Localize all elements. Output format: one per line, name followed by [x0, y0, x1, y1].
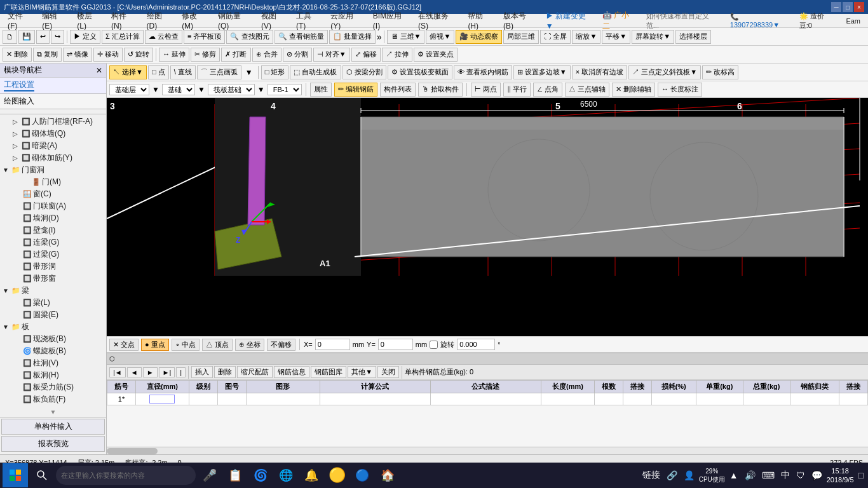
zoom-button[interactable]: 缩放▼: [572, 30, 600, 44]
sidebar-item-cast-slab[interactable]: 🔲 现浇板(B): [1, 333, 105, 345]
undo-button[interactable]: ↩: [36, 30, 50, 44]
edit-rebar-button[interactable]: ✏ 编辑钢筋: [334, 83, 377, 97]
tray-chat-icon[interactable]: 💬: [810, 470, 824, 480]
y-input[interactable]: [378, 339, 413, 350]
menu-bim[interactable]: BIM应用(I): [368, 10, 413, 32]
delete-button[interactable]: ✕ 删除: [3, 48, 32, 62]
define-slope-slab-button[interactable]: ↗ 三点定义斜筏板▼: [628, 65, 701, 79]
extend-button[interactable]: ↔ 延伸: [159, 48, 189, 62]
rect-button[interactable]: □ 矩形: [261, 65, 289, 79]
calc-button[interactable]: Σ 汇总计算: [102, 30, 144, 44]
offset-button[interactable]: ⤢ 偏移: [351, 48, 381, 62]
tray-show-desktop[interactable]: □: [857, 470, 865, 480]
mirror-button[interactable]: ⇌ 镜像: [63, 48, 92, 62]
edit-height-button[interactable]: ✏ 改标高: [702, 65, 738, 79]
rebar-delete-button[interactable]: 删除: [214, 366, 236, 378]
report-preview-button[interactable]: 报表预览: [1, 436, 105, 452]
snap-endpoint-button[interactable]: ● 重点: [141, 339, 169, 351]
cloud-check-button[interactable]: ☁ 云检查: [145, 30, 182, 44]
sidebar-item-wall-opening[interactable]: 🔲 墙洞(D): [1, 212, 105, 224]
snap-midpoint-button[interactable]: ∘ 中点: [172, 339, 200, 351]
menu-edit[interactable]: 编辑(E): [37, 10, 72, 32]
taskbar-ie-icon[interactable]: 🌐: [275, 464, 297, 487]
base-layer-select[interactable]: 基础层: [109, 84, 149, 95]
two-points-button[interactable]: ⊢ 两点: [471, 83, 501, 97]
tray-keyboard-icon[interactable]: ⌨: [760, 470, 776, 480]
point-button[interactable]: □ 点: [148, 65, 169, 79]
local-3d-button[interactable]: 局部三维: [503, 30, 539, 44]
maximize-button[interactable]: □: [843, 2, 853, 12]
rotate-button[interactable]: ↺ 旋转: [124, 48, 153, 62]
view-rebar-qty-button[interactable]: 🔍 查看钢筋量: [275, 30, 328, 44]
tab-project-settings[interactable]: 工程设置: [4, 79, 34, 92]
find-element-button[interactable]: 🔍 查找图元: [226, 30, 273, 44]
tray-expand-icon[interactable]: ▲: [728, 470, 740, 480]
screen-rotate-button[interactable]: 屏幕旋转▼: [632, 30, 674, 44]
set-slope-button[interactable]: ⊞ 设置多边坡▼: [513, 65, 571, 79]
more-button[interactable]: »: [377, 32, 382, 42]
grip-button[interactable]: ⚙ 设置夹点: [414, 48, 458, 62]
cell-diameter[interactable]: [135, 393, 189, 405]
rebar-panel-drag-handle[interactable]: ⬡: [109, 355, 115, 362]
x-input[interactable]: [315, 339, 350, 350]
menu-tools[interactable]: 工具(T): [291, 10, 325, 32]
rebar-prev-button[interactable]: ◄: [127, 367, 142, 377]
break-button[interactable]: ✗ 打断: [221, 48, 250, 62]
element-type-select[interactable]: 筏板基础: [208, 84, 255, 95]
menu-file[interactable]: 文件(F): [3, 10, 37, 32]
3d-button[interactable]: 🖥 三维▼: [387, 30, 424, 44]
snap-vertex-button[interactable]: △ 顶点: [202, 339, 233, 351]
sidebar-item-door-frame-wall[interactable]: ▷ 🔲 人防门框墙(RF-A): [1, 116, 105, 128]
menu-rebar-qty[interactable]: 钢筋量(Q): [213, 10, 256, 32]
dynamic-observe-button[interactable]: 🎥 动态观察: [456, 30, 502, 44]
menu-modify[interactable]: 修改(M): [177, 10, 213, 32]
menu-quick-layout[interactable]: 如何快速布置自定义范...: [641, 10, 725, 32]
sidebar-item-strip-window[interactable]: 🔲 带形窗: [1, 273, 105, 285]
taskbar-bell-icon[interactable]: 🔔: [300, 464, 323, 487]
sidebar-group-beam[interactable]: ▼ 📁 梁: [1, 285, 105, 297]
merge-button[interactable]: ⊕ 合并: [252, 48, 281, 62]
arc-button[interactable]: ⌒ 三点画弧: [197, 65, 241, 79]
taskbar-app4-icon[interactable]: 🏠: [376, 464, 399, 487]
parallel-button[interactable]: ∥ 平行: [503, 83, 531, 97]
sidebar-item-slab-opening[interactable]: 🔲 板洞(H): [1, 369, 105, 381]
tray-link[interactable]: 链接: [641, 470, 662, 481]
rebar-close-button[interactable]: 关闭: [377, 366, 399, 378]
snap-intersection-button[interactable]: ✕ 交点: [109, 339, 139, 351]
diameter-input[interactable]: [149, 395, 175, 403]
save-button[interactable]: 💾: [18, 30, 35, 44]
taskbar-search-input[interactable]: [56, 466, 196, 485]
fullscreen-button[interactable]: ⛶ 全屏: [540, 30, 571, 44]
element-list-button[interactable]: 构件列表: [380, 83, 416, 97]
element-select[interactable]: FB-1: [268, 84, 302, 95]
drawing-input-label[interactable]: 绘图输入: [4, 97, 34, 105]
line-button[interactable]: \ 直线: [170, 65, 196, 79]
menu-cloud[interactable]: 云应用(Y): [325, 10, 368, 32]
sidebar-item-door-window-combo[interactable]: 🔲 门联窗(A): [1, 200, 105, 212]
delete-aux-button[interactable]: ✕ 删除辅轴: [612, 83, 655, 97]
trim-button[interactable]: ✂ 修剪: [191, 48, 220, 62]
sidebar-item-masonry-rebar[interactable]: ▷ 🔲 砌体加筋(Y): [1, 152, 105, 164]
auto-gen-slab-button[interactable]: ⬚ 自动生成板: [290, 65, 341, 79]
rebar-next-button[interactable]: ►: [143, 367, 158, 377]
rebar-info-button[interactable]: 钢筋信息: [274, 366, 309, 378]
rebar-last-button[interactable]: ►|: [159, 367, 175, 377]
point-angle-button[interactable]: ∠ 点角: [533, 83, 562, 97]
no-offset-button[interactable]: 不偏移: [267, 339, 295, 351]
taskbar-mic-icon[interactable]: 🎤: [198, 464, 221, 487]
menu-new-change[interactable]: ▶ 新建变更▼: [541, 10, 597, 32]
taskbar-chrome-icon[interactable]: 🟡: [325, 464, 348, 487]
sidebar-item-hidden-beam[interactable]: ▷ 🔲 暗梁(A): [1, 140, 105, 152]
sidebar-item-lintel[interactable]: 🔲 过梁(G): [1, 248, 105, 261]
scale-rebar-button[interactable]: 缩尺配筋: [237, 366, 273, 378]
menu-phone[interactable]: 📞 13907298339▼: [725, 11, 794, 30]
close-button[interactable]: ×: [854, 2, 864, 12]
sidebar-group-slab[interactable]: ▼ 📁 板: [1, 321, 105, 333]
rebar-library-button[interactable]: 钢筋图库: [311, 366, 346, 378]
sidebar-item-beam-l[interactable]: 🔲 梁(L): [1, 297, 105, 309]
menu-version[interactable]: 版本号(B): [498, 10, 541, 32]
sidebar-item-neg-rebar[interactable]: 🔲 板负筋(F): [1, 393, 105, 405]
define-button[interactable]: ▶ 定义: [70, 30, 100, 44]
sub-layer-select[interactable]: 基础: [162, 84, 195, 95]
sidebar-item-coupling-beam[interactable]: 🔲 连梁(G): [1, 236, 105, 248]
